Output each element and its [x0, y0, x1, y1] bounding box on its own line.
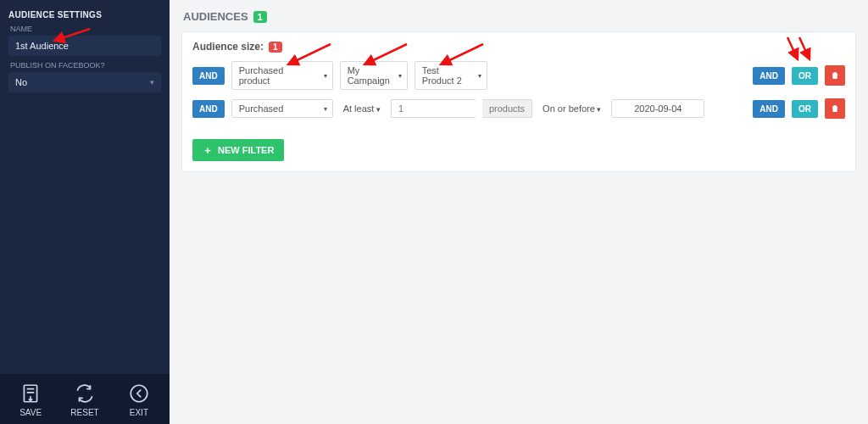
- add-and-button[interactable]: AND: [753, 100, 785, 118]
- add-or-button[interactable]: OR: [792, 67, 818, 85]
- name-label: NAME: [10, 25, 159, 33]
- reset-button[interactable]: RESET: [70, 382, 98, 417]
- main-content: AUDIENCES 1 Audience size: 1 AND Purchas…: [170, 0, 868, 424]
- new-filter-label: NEW FILTER: [218, 145, 274, 155]
- svg-point-1: [131, 385, 147, 402]
- add-and-button[interactable]: AND: [753, 67, 785, 85]
- name-input[interactable]: 1st Audience: [8, 36, 161, 56]
- chevron-down-icon: ▾: [150, 78, 154, 86]
- and-tag[interactable]: AND: [192, 67, 225, 85]
- add-or-button[interactable]: OR: [792, 100, 818, 118]
- filter-panel: Audience size: 1 AND Purchased product ▾…: [181, 31, 856, 172]
- sidebar: AUDIENCE SETTINGS NAME 1st Audience PUBL…: [0, 0, 170, 424]
- save-label: SAVE: [19, 408, 42, 417]
- settings-heading: AUDIENCE SETTINGS: [8, 10, 161, 20]
- exit-button[interactable]: EXIT: [128, 382, 150, 417]
- chevron-down-icon: ▾: [324, 72, 327, 80]
- audience-size-row: Audience size: 1: [192, 41, 845, 53]
- chevron-down-icon: ▾: [324, 105, 327, 113]
- name-input-value: 1st Audience: [15, 41, 69, 51]
- page-title-text: AUDIENCES: [183, 10, 248, 23]
- filter-type-value: Purchased product: [239, 65, 284, 86]
- and-tag[interactable]: AND: [192, 100, 225, 118]
- exit-label: EXIT: [130, 408, 148, 417]
- trash-icon: [830, 103, 840, 114]
- filter-row-1: AND Purchased product ▾ My Campaign ▾ Te…: [192, 61, 845, 90]
- facebook-label: PUBLISH ON FACEBOOK?: [10, 61, 159, 70]
- campaign-select[interactable]: My Campaign ▾: [340, 61, 408, 90]
- chevron-down-icon: ▾: [478, 72, 481, 80]
- save-icon: [19, 382, 42, 404]
- campaign-value: My Campaign: [348, 65, 390, 86]
- filter-type-select-2[interactable]: Purchased ▾: [231, 99, 333, 118]
- facebook-select-value: No: [15, 77, 27, 87]
- qty-input[interactable]: 1: [391, 99, 476, 118]
- audience-size-badge: 1: [269, 42, 282, 53]
- qty-unit-label: products: [482, 99, 532, 118]
- product-value: Test Product 2: [422, 65, 462, 86]
- filter-row-2: AND Purchased ▾ At least 1products On or…: [192, 98, 845, 119]
- filter-type-value-2: Purchased: [239, 103, 284, 114]
- trash-icon: [830, 70, 840, 81]
- delete-row-button[interactable]: [825, 65, 845, 86]
- audience-count-badge: 1: [253, 11, 267, 23]
- audience-size-label: Audience size:: [192, 41, 264, 53]
- exit-icon: [128, 382, 150, 404]
- facebook-select[interactable]: No ▾: [8, 72, 161, 92]
- product-select[interactable]: Test Product 2 ▾: [415, 61, 487, 90]
- reset-label: RESET: [70, 408, 98, 417]
- plus-icon: ＋: [203, 145, 213, 155]
- qty-condition-select[interactable]: At least: [340, 100, 384, 117]
- delete-row-button[interactable]: [825, 98, 845, 119]
- filter-type-select[interactable]: Purchased product ▾: [231, 61, 333, 90]
- reset-icon: [74, 382, 96, 404]
- date-condition-select[interactable]: On or before: [539, 100, 604, 117]
- date-input[interactable]: 2020-09-04: [611, 99, 704, 118]
- chevron-down-icon: ▾: [398, 72, 402, 80]
- page-title: AUDIENCES 1: [183, 10, 854, 23]
- save-button[interactable]: SAVE: [19, 382, 42, 417]
- new-filter-button[interactable]: ＋ NEW FILTER: [192, 139, 284, 161]
- sidebar-actions: SAVE RESET EXIT: [0, 374, 170, 424]
